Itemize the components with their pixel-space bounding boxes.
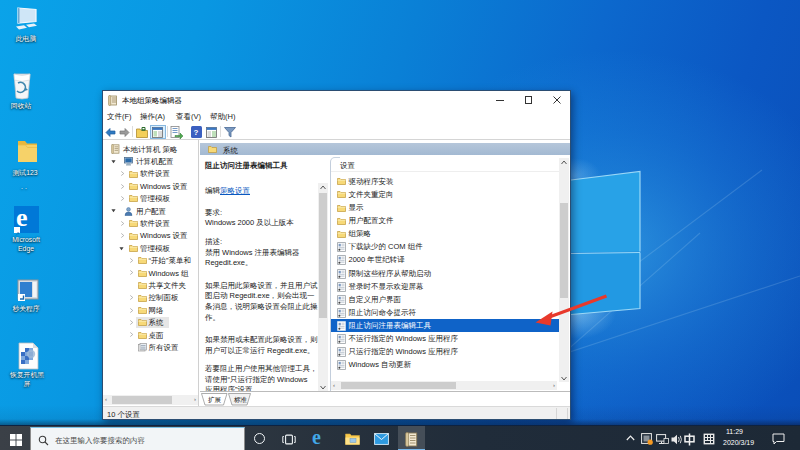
svg-text:标准: 标准: [233, 395, 248, 403]
svg-text:扩展: 扩展: [208, 395, 222, 402]
